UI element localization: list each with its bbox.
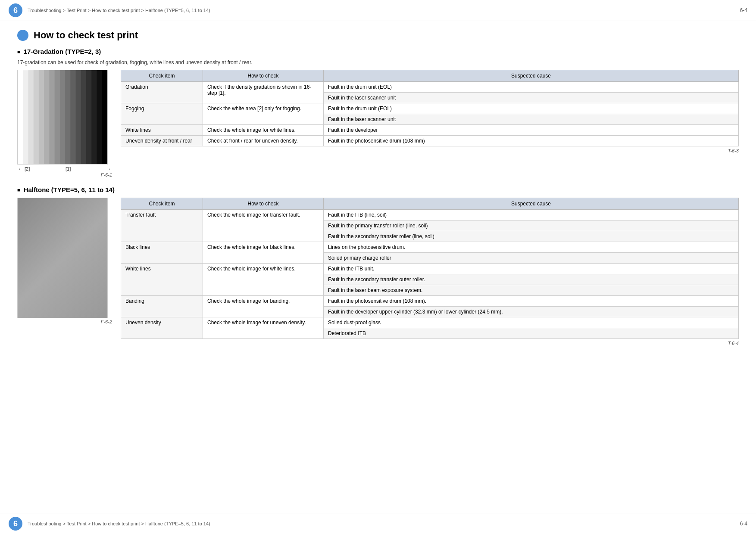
arrow-left: ←: [18, 166, 23, 171]
gradation-canvas: [18, 70, 107, 164]
arrow-right: →: [106, 166, 111, 171]
suspected-cause-cell: Fault in the photosensitive drum (108 mm…: [324, 136, 739, 146]
title-icon: [17, 30, 28, 41]
bottom-navigation-bar: 6 Troubleshooting > Test Print > How to …: [0, 513, 756, 534]
col-header-how-to-check-1: How to check: [203, 70, 324, 82]
suspected-cause-cell: Soiled dust-proof glass: [324, 317, 739, 328]
page-number-bottom: 6-4: [740, 521, 747, 527]
table-ref-2: T-6-4: [121, 341, 739, 346]
how-to-check-cell: Check the whole image for banding.: [203, 296, 324, 317]
col-header-check-item-1: Check item: [121, 70, 203, 82]
table-row: BandingCheck the whole image for banding…: [121, 296, 739, 307]
col-header-check-item-2: Check item: [121, 198, 203, 210]
suspected-cause-cell: Fault in the developer upper-cylinder (3…: [324, 307, 739, 317]
table-header-row: Check item How to check Suspected cause: [121, 70, 739, 82]
check-item-cell: Uneven density: [121, 317, 203, 339]
suspected-cause-cell: Fault in the laser scanner unit: [324, 114, 739, 125]
how-to-check-cell: Check the whole image for transfer fault…: [203, 210, 324, 242]
breadcrumb-top: Troubleshooting > Test Print > How to ch…: [28, 8, 210, 13]
figure-label-1: [1]: [66, 166, 71, 171]
section1-table: Check item How to check Suspected cause …: [121, 70, 739, 146]
main-content: How to check test print 17-Gradation (TY…: [0, 21, 756, 389]
table-row: White linesCheck the whole image for whi…: [121, 125, 739, 136]
suspected-cause-cell: Lines on the photosensitive drum.: [324, 242, 739, 253]
figure-ref-2: F-6-2: [17, 319, 112, 324]
figure-ref-1: F-6-1: [17, 172, 112, 177]
chapter-badge-top: 6: [9, 3, 22, 17]
suspected-cause-cell: Deteriorated ITB: [324, 328, 739, 339]
chapter-badge-bottom: 6: [9, 517, 22, 531]
suspected-cause-cell: Fault in the photosensitive drum (108 mm…: [324, 296, 739, 307]
suspected-cause-cell: Fault in the secondary transfer roller (…: [324, 231, 739, 242]
check-item-cell: Gradation: [121, 82, 203, 103]
table-row: White linesCheck the whole image for whi…: [121, 264, 739, 274]
suspected-cause-cell: Fault in the ITB (line, soil): [324, 210, 739, 220]
suspected-cause-cell: Fault in the laser beam exposure system.: [324, 285, 739, 296]
how-to-check-cell: Check if the density gradation is shown …: [203, 82, 324, 103]
section2-heading: Halftone (TYPE=5, 6, 11 to 14): [17, 186, 739, 193]
suspected-cause-cell: Fault in the secondary transfer outer ro…: [324, 274, 739, 285]
how-to-check-cell: Check at front / rear for uneven density…: [203, 136, 324, 146]
suspected-cause-cell: Fault in the primary transfer roller (li…: [324, 220, 739, 231]
how-to-check-cell: Check the whole image for white lines.: [203, 264, 324, 296]
check-item-cell: Fogging: [121, 103, 203, 125]
how-to-check-cell: Check the white area [2] only for foggin…: [203, 103, 324, 125]
suspected-cause-cell: Soiled primary charge roller: [324, 253, 739, 264]
table2-header-row: Check item How to check Suspected cause: [121, 198, 739, 210]
table-row: FoggingCheck the white area [2] only for…: [121, 103, 739, 114]
section1-heading: 17-Gradation (TYPE=2, 3): [17, 48, 739, 55]
table-row: Black linesCheck the whole image for bla…: [121, 242, 739, 253]
how-to-check-cell: Check the whole image for white lines.: [203, 125, 324, 136]
section-gradation: 17-Gradation (TYPE=2, 3) 17-gradation ca…: [17, 48, 739, 177]
table-row: GradationCheck if the density gradation …: [121, 82, 739, 93]
page-title: How to check test print: [34, 30, 138, 41]
section1-table-area: Check item How to check Suspected cause …: [121, 70, 739, 177]
suspected-cause-cell: Fault in the ITB unit.: [324, 264, 739, 274]
top-navigation-bar: 6 Troubleshooting > Test Print > How to …: [0, 0, 756, 21]
col-header-suspected-cause-2: Suspected cause: [324, 198, 739, 210]
section1-layout: ← [2] [1] → F-6-1 Check item How to chec…: [17, 70, 739, 177]
section2-table-area: Check item How to check Suspected cause …: [121, 198, 739, 346]
halftone-figure-area: F-6-2: [17, 198, 112, 346]
section-halftone: Halftone (TYPE=5, 6, 11 to 14) F-6-2 Che…: [17, 186, 739, 346]
page-number-top: 6-4: [740, 7, 747, 13]
check-item-cell: Uneven density at front / rear: [121, 136, 203, 146]
breadcrumb-bottom: Troubleshooting > Test Print > How to ch…: [28, 521, 210, 526]
check-item-cell: White lines: [121, 264, 203, 296]
check-item-cell: Transfer fault: [121, 210, 203, 242]
check-item-cell: Banding: [121, 296, 203, 317]
suspected-cause-cell: Fault in the developer: [324, 125, 739, 136]
halftone-inner: [18, 198, 107, 318]
how-to-check-cell: Check the whole image for black lines.: [203, 242, 324, 264]
suspected-cause-cell: Fault in the drum unit (EOL): [324, 82, 739, 93]
suspected-cause-cell: Fault in the laser scanner unit: [324, 93, 739, 103]
section2-layout: F-6-2 Check item How to check Suspected …: [17, 198, 739, 346]
gradation-figure-labels: ← [2] [1] →: [17, 166, 112, 171]
gradation-figure-area: ← [2] [1] → F-6-1: [17, 70, 112, 177]
table-row: Uneven density at front / rearCheck at f…: [121, 136, 739, 146]
how-to-check-cell: Check the whole image for uneven density…: [203, 317, 324, 339]
table-row: Transfer faultCheck the whole image for …: [121, 210, 739, 220]
col-header-how-to-check-2: How to check: [203, 198, 324, 210]
table-row: Uneven densityCheck the whole image for …: [121, 317, 739, 328]
check-item-cell: White lines: [121, 125, 203, 136]
suspected-cause-cell: Fault in the drum unit (EOL): [324, 103, 739, 114]
check-item-cell: Black lines: [121, 242, 203, 264]
col-header-suspected-cause-1: Suspected cause: [324, 70, 739, 82]
gradation-image: [17, 70, 108, 165]
table-ref-1: T-6-3: [121, 148, 739, 153]
page-title-row: How to check test print: [17, 30, 739, 41]
section2-table: Check item How to check Suspected cause …: [121, 198, 739, 339]
figure-label-2: [2]: [25, 166, 30, 171]
section1-description: 17-gradation can be used for check of gr…: [17, 59, 739, 65]
halftone-image: [17, 198, 108, 318]
